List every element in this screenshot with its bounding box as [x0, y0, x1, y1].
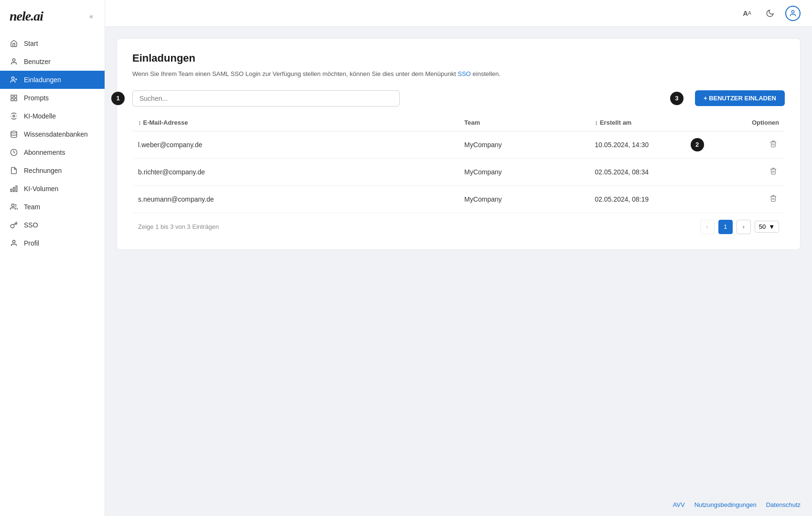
user-circle-icon: [10, 239, 18, 247]
sidebar-item-ki-modelle[interactable]: KI-Modelle: [0, 107, 105, 125]
chart-icon: [10, 184, 18, 193]
dark-mode-icon[interactable]: [762, 6, 778, 21]
table-row: b.richter@company.de MyCompany 02.05.202…: [132, 158, 785, 185]
svg-point-8: [13, 115, 15, 117]
page-1-button[interactable]: 1: [718, 220, 733, 234]
col-header-email[interactable]: ↕ E-Mail-Adresse: [132, 114, 459, 131]
page-subtitle: Wenn Sie Ihrem Team einen SAML SSO Login…: [132, 69, 785, 79]
cell-options: [733, 185, 785, 213]
svg-rect-6: [14, 98, 17, 101]
grid-icon: [10, 94, 18, 102]
svg-rect-4: [11, 95, 13, 97]
svg-rect-13: [11, 189, 12, 192]
clock-icon: [10, 148, 18, 157]
col-header-email-label: E-Mail-Adresse: [143, 119, 188, 126]
annotation-badge-3: 3: [670, 92, 684, 105]
cell-team: MyCompany: [459, 185, 589, 213]
topbar: AA: [105, 0, 812, 27]
cell-team: MyCompany: [459, 131, 589, 158]
app-logo: nele.ai: [10, 9, 43, 24]
users-icon: [10, 203, 18, 211]
col-header-options: Optionen: [733, 114, 785, 131]
page-title: Einladungen: [132, 52, 785, 64]
annotation-badge-2: 2: [691, 138, 704, 151]
next-page-button[interactable]: ›: [737, 220, 751, 234]
subtitle-text: Wenn Sie Ihrem Team einen SAML SSO Login…: [132, 70, 456, 77]
per-page-select[interactable]: 50 ▼: [755, 221, 779, 233]
cell-email: b.richter@company.de: [132, 158, 459, 185]
svg-point-0: [12, 59, 15, 61]
sidebar-item-label-einladungen: Einladungen: [24, 76, 61, 84]
sidebar-item-label-rechnungen: Rechnungen: [24, 167, 62, 174]
cell-email: l.weber@company.de: [132, 131, 459, 158]
sidebar-item-start[interactable]: Start: [0, 34, 105, 53]
cell-created: 02.05.2024, 08:34: [589, 158, 733, 185]
col-header-created[interactable]: ↕ Erstellt am: [589, 114, 733, 131]
sidebar-item-wissensdatenbanken[interactable]: Wissensdatenbanken: [0, 125, 105, 143]
sidebar-item-profil[interactable]: Profil: [0, 234, 105, 252]
svg-rect-5: [14, 95, 17, 97]
home-icon: [10, 39, 18, 48]
settings-icon: [10, 112, 18, 120]
sidebar-item-benutzer[interactable]: Benutzer: [0, 53, 105, 71]
svg-point-14: [11, 204, 14, 206]
sidebar-nav: Start Benutzer Einladungen Prompts KI-Mo: [0, 31, 105, 516]
svg-point-1: [11, 77, 14, 79]
sidebar-item-label-profil: Profil: [24, 239, 39, 247]
collapse-sidebar-button[interactable]: «: [87, 11, 95, 22]
main-area: AA Einladungen Wenn Sie Ihrem Team einen…: [105, 0, 812, 516]
col-header-team-label: Team: [464, 119, 480, 126]
search-input[interactable]: [132, 90, 400, 107]
sidebar-item-prompts[interactable]: Prompts: [0, 89, 105, 107]
sidebar-item-label-sso: SSO: [24, 221, 38, 229]
delete-invitation-button[interactable]: [768, 138, 779, 151]
sidebar-item-sso[interactable]: SSO: [0, 216, 105, 234]
col-header-team: Team: [459, 114, 589, 131]
sidebar-item-label-team: Team: [24, 203, 40, 211]
cell-team: MyCompany: [459, 158, 589, 185]
sso-link[interactable]: SSO: [458, 70, 470, 77]
footer-datenschutz-link[interactable]: Datenschutz: [766, 501, 801, 508]
key-icon: [10, 221, 18, 229]
einladungen-card: Einladungen Wenn Sie Ihrem Team einen SA…: [117, 38, 801, 250]
sidebar-item-label-ki-modelle: KI-Modelle: [24, 112, 56, 120]
cell-options: [733, 131, 785, 158]
footer-avv-link[interactable]: AVV: [673, 501, 685, 508]
cell-created: 10.05.2024, 14:30 2: [589, 131, 733, 158]
cell-email: s.neumann@company.de: [132, 185, 459, 213]
sidebar-item-label-abonnements: Abonnements: [24, 149, 65, 156]
svg-point-16: [791, 11, 794, 13]
sidebar-item-label-ki-volumen: KI-Volumen: [24, 185, 58, 193]
per-page-value: 50: [759, 223, 766, 230]
pagination-row: Zeige 1 bis 3 von 3 Einträgen ‹ 1 › 50 ▼: [132, 213, 785, 236]
table-row: l.weber@company.de MyCompany 10.05.2024,…: [132, 131, 785, 158]
col-header-created-label: Erstellt am: [600, 119, 631, 126]
invite-user-button[interactable]: + BENUTZER EINLADEN: [695, 90, 785, 106]
footer: AVV Nutzungsbedingungen Datenschutz: [105, 494, 812, 516]
database-icon: [10, 130, 18, 139]
sidebar-item-ki-volumen[interactable]: KI-Volumen: [0, 180, 105, 198]
footer-nutzungsbedingungen-link[interactable]: Nutzungsbedingungen: [694, 501, 757, 508]
sidebar-item-label-benutzer: Benutzer: [24, 58, 51, 65]
sidebar-item-rechnungen[interactable]: Rechnungen: [0, 161, 105, 180]
sidebar-item-label-start: Start: [24, 40, 38, 47]
cell-options: [733, 158, 785, 185]
sidebar-item-team[interactable]: Team: [0, 198, 105, 216]
translate-icon[interactable]: AA: [739, 6, 755, 21]
svg-rect-12: [13, 187, 15, 192]
delete-invitation-button[interactable]: [768, 165, 779, 179]
file-icon: [10, 166, 18, 175]
user-profile-icon[interactable]: [785, 6, 801, 21]
svg-point-9: [11, 131, 17, 133]
user-plus-icon: [10, 75, 18, 84]
prev-page-button[interactable]: ‹: [700, 220, 715, 234]
col-header-options-label: Optionen: [752, 119, 779, 126]
delete-invitation-button[interactable]: [768, 193, 779, 206]
sidebar-item-einladungen[interactable]: Einladungen: [0, 71, 105, 89]
sidebar-item-abonnements[interactable]: Abonnements: [0, 143, 105, 161]
sidebar-logo-area: nele.ai «: [0, 0, 105, 31]
search-wrapper: [132, 90, 400, 107]
content-area: Einladungen Wenn Sie Ihrem Team einen SA…: [105, 27, 812, 494]
svg-rect-7: [11, 98, 13, 101]
sidebar-item-label-prompts: Prompts: [24, 94, 49, 102]
